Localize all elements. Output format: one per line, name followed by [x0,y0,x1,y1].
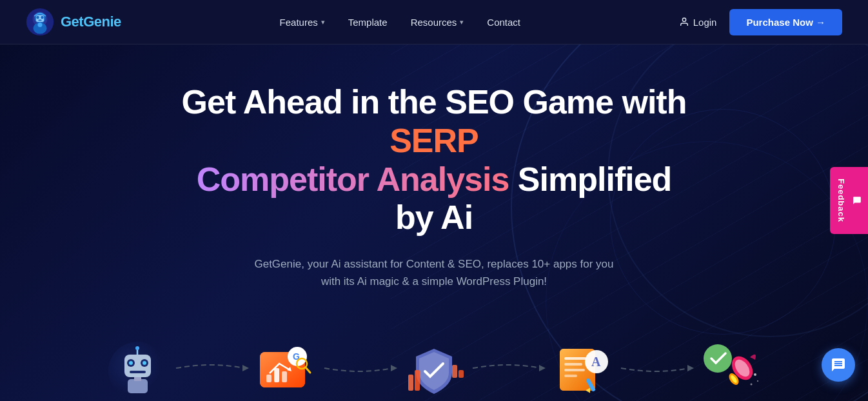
svg-marker-32 [391,365,397,371]
svg-rect-42 [564,369,585,371]
svg-point-54 [754,373,756,376]
nav-link-contact[interactable]: Contact [487,17,520,28]
hero-icon-search: G [250,336,321,401]
chevron-down-icon: ▾ [460,18,464,26]
robot-icon [107,340,168,401]
nav-link-template[interactable]: Template [348,17,388,28]
svg-rect-43 [564,375,577,377]
chat-bubble-button[interactable] [822,348,855,382]
logo-icon [26,8,54,36]
svg-rect-36 [459,370,464,378]
svg-rect-41 [564,363,582,366]
logo-link[interactable]: GetGenie [26,8,121,36]
arrow-connector-4 [618,358,695,378]
hero-icons-row: G [79,336,789,401]
svg-rect-24 [266,375,271,382]
svg-marker-48 [687,365,694,371]
navbar-actions: Login Purchase Now → [679,9,842,35]
feedback-tab[interactable]: Feedback [830,167,868,234]
navbar: GetGenie Features ▾ Template Resources ▾… [0,0,868,44]
svg-point-9 [682,18,686,21]
purchase-now-button[interactable]: Purchase Now → [729,9,842,35]
svg-marker-37 [539,365,546,371]
arrow-connector-2 [321,358,399,378]
svg-point-8 [37,23,42,27]
chat-icon [831,357,846,373]
feedback-icon [853,196,862,205]
svg-point-14 [129,361,133,365]
svg-marker-21 [242,365,249,371]
arrow-connector-3 [469,358,547,378]
svg-rect-19 [128,379,148,393]
svg-rect-34 [415,370,420,391]
hero-subtitle: GetGenie, your Ai assistant for Content … [247,255,621,290]
svg-point-56 [757,380,758,382]
nav-menu: Features ▾ Template Resources ▾ Contact [280,17,520,28]
hero-icon-text-editor: A [547,336,618,401]
svg-rect-16 [130,371,146,373]
chevron-down-icon: ▾ [321,18,325,26]
nav-link-features[interactable]: Features ▾ [280,17,325,28]
arrow-connector-1 [173,358,250,378]
nav-link-resources[interactable]: Resources ▾ [411,17,464,28]
svg-rect-40 [564,357,586,360]
svg-rect-25 [274,368,279,382]
logo-text: GetGenie [61,14,121,30]
svg-rect-6 [38,19,41,21]
svg-text:A: A [591,355,601,369]
rocket-icon [698,339,763,401]
svg-rect-35 [452,365,457,378]
hero-content: Get Ahead in the SEO Game with SERP Comp… [176,83,692,323]
nav-item-resources[interactable]: Resources ▾ [411,17,464,28]
nav-item-contact[interactable]: Contact [487,17,520,28]
svg-line-31 [306,367,310,373]
svg-point-49 [704,344,732,373]
svg-point-55 [751,383,753,385]
svg-rect-33 [408,375,413,391]
nav-item-features[interactable]: Features ▾ [280,17,325,28]
svg-point-18 [135,346,139,350]
text-editor-icon: A [550,339,615,401]
hero-icon-robot [102,336,173,401]
seo-shield-icon [402,339,466,401]
hero-icon-shield [399,336,469,401]
svg-point-15 [143,361,146,365]
nav-item-template[interactable]: Template [348,17,388,28]
hero-icon-rocket [695,336,766,401]
user-icon [679,17,689,27]
svg-rect-26 [282,371,287,382]
hero-section: Get Ahead in the SEO Game with SERP Comp… [0,44,868,401]
search-analytics-icon: G [253,339,318,401]
svg-point-4 [36,16,39,19]
svg-rect-20 [134,377,141,381]
svg-point-5 [41,16,43,19]
hero-title: Get Ahead in the SEO Game with SERP Comp… [176,83,692,237]
login-link[interactable]: Login [679,17,717,28]
